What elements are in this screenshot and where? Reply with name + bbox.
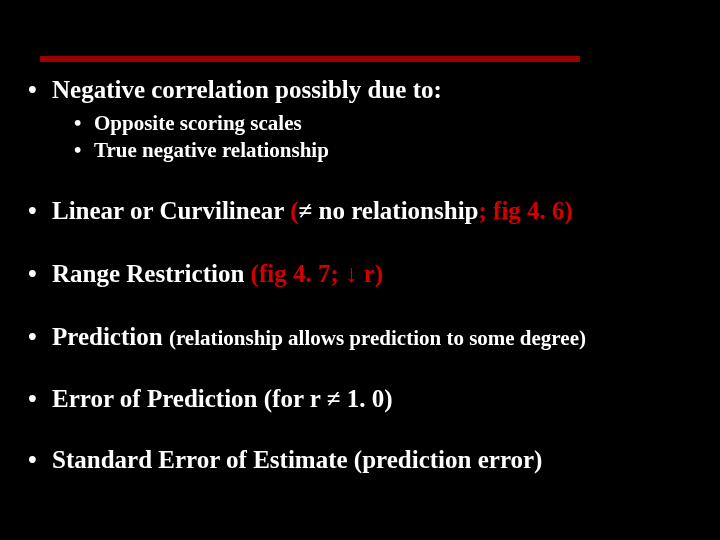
bullet-negative-correlation: Negative correlation possibly due to: Op… xyxy=(18,76,702,163)
bullet-prediction: Prediction (relationship allows predicti… xyxy=(18,323,702,352)
sub-bullet: True negative relationship xyxy=(60,138,702,163)
bullet-linear-curvilinear: Linear or Curvilinear (≠ no relationship… xyxy=(18,197,702,226)
sub-bullet: Opposite scoring scales xyxy=(60,111,702,136)
title-underline xyxy=(40,56,580,62)
bullet-standard-error: Standard Error of Estimate (prediction e… xyxy=(18,446,702,475)
text-part-small: (relationship allows prediction to some … xyxy=(169,326,586,350)
bullet-list: Negative correlation possibly due to: Op… xyxy=(18,76,702,475)
bullet-text: Negative correlation possibly due to: xyxy=(52,76,442,103)
text-part-red: (fig 4. 7; ↓ r) xyxy=(251,260,384,287)
text-part-red: ( xyxy=(290,197,298,224)
bullet-error-of-prediction: Error of Prediction (for r ≠ 1. 0) xyxy=(18,385,702,414)
sub-list: Opposite scoring scales True negative re… xyxy=(52,111,702,163)
text-part-red: ) xyxy=(565,197,573,224)
slide: Negative correlation possibly due to: Op… xyxy=(0,0,720,540)
bullet-text: Error of Prediction (for r ≠ 1. 0) xyxy=(52,385,393,412)
text-part: Prediction xyxy=(52,323,169,350)
bullet-range-restriction: Range Restriction (fig 4. 7; ↓ r) xyxy=(18,260,702,289)
text-part: ≠ no relationship xyxy=(299,197,479,224)
text-part: Range Restriction xyxy=(52,260,251,287)
text-part-red: fig 4. 6 xyxy=(493,197,565,224)
text-part-red: ; xyxy=(479,197,494,224)
bullet-text: Standard Error of Estimate (prediction e… xyxy=(52,446,542,473)
text-part: Linear or Curvilinear xyxy=(52,197,290,224)
